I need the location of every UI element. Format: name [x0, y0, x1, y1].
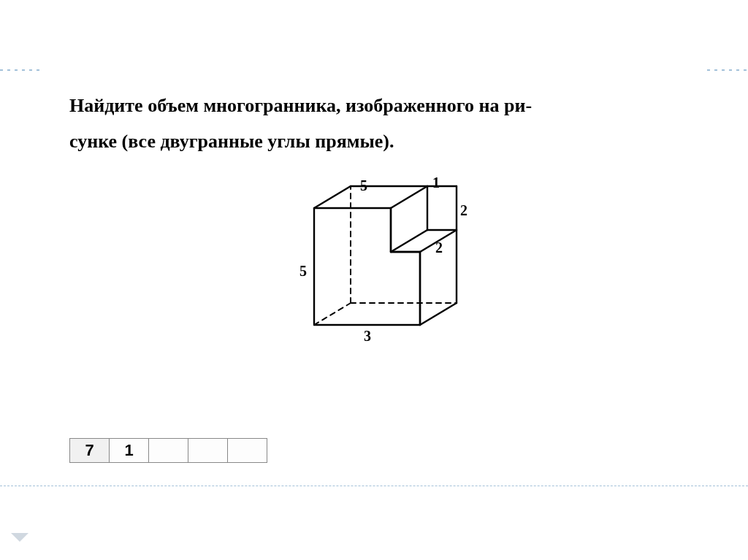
answer-cell [148, 438, 188, 463]
divider-top-right [707, 69, 748, 71]
page: { "problem": { "line1": "Найдите объем м… [0, 0, 748, 560]
svg-line-13 [314, 303, 351, 325]
answer-cell [227, 438, 267, 463]
svg-line-0 [314, 186, 351, 208]
divider-top-left [0, 69, 41, 71]
divider-bottom [0, 486, 748, 486]
dim-notch-width: 1 [432, 174, 440, 191]
answer-cell: 1 [109, 438, 149, 463]
svg-line-11 [391, 230, 427, 252]
answer-cell [188, 438, 228, 463]
dim-front-width: 3 [364, 328, 371, 345]
polyhedron-figure: 5 1 2 2 5 3 [278, 157, 497, 354]
dim-notch-height: 2 [460, 202, 468, 219]
answer-grid: 7 1 [69, 438, 267, 463]
svg-line-2 [391, 186, 427, 208]
problem-line-1: Найдите объем многогранника, изображенно… [69, 95, 532, 116]
problem-line-2: сунке (все двугранные углы прямые). [69, 131, 394, 152]
polyhedron-svg [278, 157, 497, 354]
svg-line-4 [420, 303, 457, 325]
dim-notch-depth: 2 [435, 239, 443, 256]
answer-cell: 7 [69, 438, 110, 463]
problem-text: Найдите объем многогранника, изображенно… [69, 88, 676, 160]
dim-top-depth: 5 [360, 177, 367, 194]
corner-arrow-icon [11, 533, 28, 542]
dim-front-height: 5 [299, 263, 307, 280]
